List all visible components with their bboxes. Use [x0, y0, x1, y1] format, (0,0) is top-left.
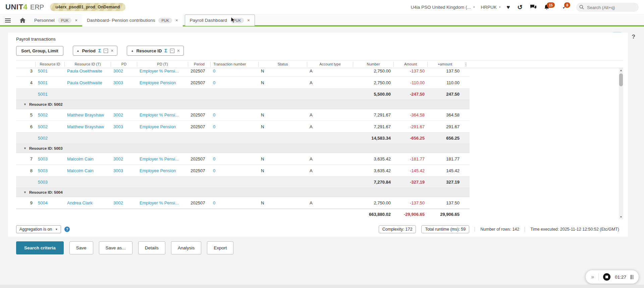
cell-transaction-number[interactable]: 0 [210, 80, 258, 85]
role-selector[interactable]: HRPUK ▾ [481, 5, 500, 10]
cell-pd-description[interactable]: Employee Pension [137, 168, 188, 173]
tab-payroll-dashboard[interactable]: Payroll Dashboard PUK × [185, 14, 255, 26]
save-as-button[interactable]: Save as... [99, 241, 132, 254]
cell-resource-id[interactable]: 5002 [35, 112, 64, 117]
group-row[interactable]: ▼Resource ID: 5002 [16, 100, 470, 109]
cell-resource-id[interactable]: 5001 [35, 92, 64, 97]
details-button[interactable]: Details [138, 241, 165, 254]
favourites-heart-icon[interactable]: ♥ [506, 4, 510, 10]
table-row[interactable]: 85003Malcolm Cain3003Employee Pension202… [16, 165, 470, 177]
tab-personnel[interactable]: Personnel PUK × [30, 14, 82, 27]
cell-resource-id[interactable]: 5004 [35, 200, 64, 205]
column-header-amount[interactable]: Amount [393, 62, 427, 67]
cell-transaction-number[interactable]: 0 [210, 200, 258, 205]
analysis-button[interactable]: Analysis [171, 241, 201, 254]
cell-resource-name[interactable]: Paula Oselthwaite [64, 80, 111, 85]
group-chip-resource-id[interactable]: ▲ Resource ID Σ − × [127, 46, 183, 56]
collapse-icon[interactable]: − [104, 49, 108, 53]
cell-pd[interactable]: 3003 [111, 124, 137, 129]
cell-pd[interactable]: 3003 [111, 80, 137, 85]
collapse-icon[interactable]: − [170, 49, 174, 53]
sort-ascending-icon[interactable]: ▲ [131, 49, 133, 52]
cell-resource-id[interactable]: 5002 [35, 136, 64, 141]
company-selector[interactable]: U4ia PSO United Kingdom (... ▾ [411, 5, 475, 10]
cell-transaction-number[interactable]: 0 [210, 112, 258, 117]
history-icon[interactable]: ↺ [517, 4, 523, 10]
cell-pd-description[interactable]: Employer % Pensi... [137, 200, 188, 205]
cell-resource-name[interactable]: Matthew Brayshaw [64, 124, 111, 129]
cell-pd[interactable]: 3002 [111, 200, 137, 205]
export-button[interactable]: Export [207, 241, 233, 254]
cell-resource-name[interactable]: Paula Oselthwaite [64, 68, 111, 74]
global-search[interactable] [576, 3, 639, 12]
cell-resource-id[interactable]: 5003 [35, 180, 64, 185]
cell-pd[interactable]: 3003 [111, 168, 137, 173]
cell-pd[interactable]: 3002 [111, 112, 137, 117]
table-row[interactable]: 35001Paula Oselthwaite3002Employer % Pen… [16, 68, 470, 77]
cell-resource-id[interactable]: 5003 [35, 156, 64, 161]
expand-icon[interactable]: » [591, 274, 594, 280]
close-icon[interactable]: × [75, 18, 77, 23]
sort-group-limit-button[interactable]: Sort, Group, Limit [16, 46, 63, 56]
column-header-rid[interactable]: Resource ID [35, 62, 64, 67]
column-header-status[interactable]: Status [258, 62, 307, 67]
search-criteria-button[interactable]: Search criteria [16, 241, 64, 254]
close-icon[interactable]: × [175, 18, 178, 23]
table-menu-kebab-icon[interactable]: ⋮ [462, 62, 470, 67]
cell-resource-name[interactable]: Malcolm Cain [64, 156, 111, 161]
table-row[interactable]: 95004Andrea Clark3002Employer % Pensi...… [16, 197, 470, 209]
table-row[interactable]: 55002Matthew Brayshaw3002Employer % Pens… [16, 109, 470, 121]
table-row[interactable]: 75003Malcolm Cain3002Employer % Pensi...… [16, 153, 470, 165]
column-header-n[interactable] [16, 62, 35, 67]
column-header-number[interactable]: Number [353, 62, 393, 67]
cell-resource-id[interactable]: 5001 [35, 68, 64, 74]
pause-recording-button[interactable] [631, 275, 633, 279]
cell-transaction-number[interactable]: 0 [210, 68, 258, 74]
help-icon[interactable]: ? [632, 34, 635, 40]
close-icon[interactable]: × [111, 48, 113, 53]
chat-icon[interactable] [530, 4, 537, 10]
scrollbar-thumb[interactable] [619, 74, 623, 86]
cell-resource-id[interactable]: 5003 [35, 168, 64, 173]
cell-pd-description[interactable]: Employee Pension [137, 124, 188, 129]
group-row[interactable]: ▼Resource ID: 5003 [16, 144, 470, 153]
column-header-period[interactable]: Period [188, 62, 210, 67]
cell-pd-description[interactable]: Employee Pension [137, 80, 188, 85]
column-header-pd[interactable]: PD [111, 62, 137, 67]
cell-transaction-number[interactable]: 0 [210, 156, 258, 161]
tab-dashboard-pension-contributions[interactable]: Dashboard- Pension contributions PUK × [82, 14, 183, 27]
column-header-ridt[interactable]: Resource ID (T) [64, 62, 111, 67]
sum-icon[interactable]: Σ [164, 48, 167, 53]
column-header-acct[interactable]: Account type [307, 62, 353, 67]
collapse-triangle-icon[interactable]: ▼ [23, 147, 26, 150]
vertical-scrollbar[interactable]: ▲ ▼ [619, 68, 623, 219]
tasks-count-badge[interactable]: 8 [564, 2, 570, 8]
table-row[interactable]: 65002Matthew Brayshaw3003Employee Pensio… [16, 121, 470, 133]
cell-resource-name[interactable]: Malcolm Cain [64, 168, 111, 173]
scroll-down-icon[interactable]: ▼ [619, 215, 623, 219]
cell-pd-description[interactable]: Employer % Pensi... [137, 68, 188, 74]
close-icon[interactable]: × [177, 48, 180, 53]
sum-icon[interactable]: Σ [98, 48, 101, 53]
cell-pd-description[interactable]: Employer % Pensi... [137, 112, 188, 117]
cell-pd[interactable]: 3002 [111, 156, 137, 161]
table-row[interactable]: 45001Paula Oselthwaite3003Employee Pensi… [16, 77, 470, 89]
main-menu-button[interactable] [0, 14, 15, 27]
aggregation-help-icon[interactable]: ? [64, 227, 70, 232]
cell-resource-id[interactable]: 5001 [35, 80, 64, 85]
group-row[interactable]: ▼Resource ID: 5004 [16, 188, 470, 197]
cell-pd[interactable]: 3002 [111, 68, 137, 74]
column-header-pdt[interactable]: PD (T) [137, 62, 188, 67]
column-header-plus[interactable]: +amount [427, 62, 462, 67]
group-chip-period[interactable]: ▲ Period Σ − × [73, 46, 118, 56]
sort-ascending-icon[interactable]: ▲ [77, 49, 79, 52]
aggregation-select[interactable]: Aggregation is on ▼ [16, 225, 61, 233]
collapse-triangle-icon[interactable]: ▼ [23, 103, 26, 106]
stop-recording-button[interactable] [603, 273, 610, 281]
cell-transaction-number[interactable]: 0 [210, 168, 258, 173]
home-button[interactable] [15, 14, 30, 27]
close-icon[interactable]: × [247, 18, 250, 23]
search-input[interactable] [586, 3, 637, 12]
notifications-count-badge[interactable]: 15 [547, 2, 555, 8]
save-button[interactable]: Save [69, 241, 93, 254]
